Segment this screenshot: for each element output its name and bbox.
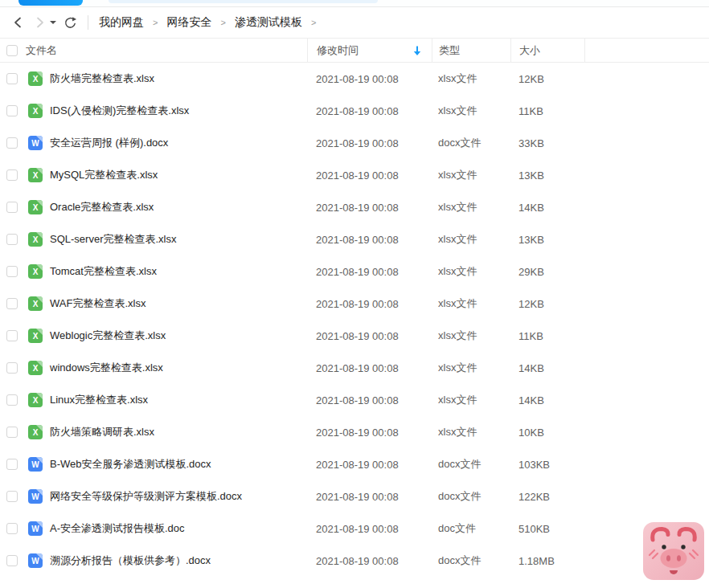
breadcrumb-separator: > (153, 18, 158, 27)
file-size: 12KB (510, 298, 584, 310)
row-checkbox[interactable] (6, 202, 18, 213)
row-checkbox[interactable] (6, 266, 18, 277)
table-row[interactable]: W A-安全渗透测试报告模板.doc 2021-08-19 00:08 doc文… (0, 512, 709, 545)
cell-file-name: X IDS(入侵检测)完整检查表.xlsx (0, 104, 307, 118)
file-name[interactable]: 安全运营周报 (样例).docx (50, 136, 168, 150)
icon-letter: X (28, 425, 43, 439)
row-checkbox[interactable] (6, 427, 18, 438)
table-row[interactable]: X Weblogic完整检查表.xlsx 2021-08-19 00:08 xl… (0, 320, 709, 352)
file-type: xlsx文件 (432, 104, 510, 118)
file-name[interactable]: Oracle完整检查表.xlsx (50, 200, 154, 214)
file-list: X 防火墙完整检查表.xlsx 2021-08-19 00:08 xlsx文件 … (0, 63, 709, 577)
row-checkbox[interactable] (6, 523, 18, 534)
table-row[interactable]: W 溯源分析报告（模板供参考）.docx 2021-08-19 00:08 do… (0, 545, 709, 577)
row-checkbox[interactable] (6, 298, 18, 309)
file-type: docx文件 (432, 457, 510, 472)
row-checkbox[interactable] (6, 73, 18, 84)
file-name[interactable]: 防火墙完整检查表.xlsx (50, 71, 154, 86)
file-name[interactable]: WAF完整检查表.xlsx (50, 296, 145, 311)
cell-file-name: W 网络安全等级保护等级测评方案模板.docx (0, 489, 307, 504)
table-row[interactable]: X Tomcat完整检查表.xlsx 2021-08-19 00:08 xlsx… (0, 255, 709, 288)
file-name[interactable]: 网络安全等级保护等级测评方案模板.docx (50, 489, 242, 504)
table-row[interactable]: X SQL-server完整检查表.xlsx 2021-08-19 00:08 … (0, 223, 709, 255)
row-checkbox[interactable] (6, 137, 18, 149)
breadcrumb-my-drive[interactable]: 我的网盘 (99, 15, 144, 30)
table-row[interactable]: X Oracle完整检查表.xlsx 2021-08-19 00:08 xlsx… (0, 191, 709, 223)
file-modified: 2021-08-19 00:08 (307, 137, 432, 149)
table-row[interactable]: X 防火墙策略调研表.xlsx 2021-08-19 00:08 xlsx文件 … (0, 416, 709, 448)
file-name[interactable]: 防火墙策略调研表.xlsx (50, 425, 154, 439)
header-label-type: 类型 (439, 43, 460, 58)
row-checkbox[interactable] (6, 555, 18, 566)
table-row[interactable]: X WAF完整检查表.xlsx 2021-08-19 00:08 xlsx文件 … (0, 288, 709, 320)
file-modified: 2021-08-19 00:08 (307, 298, 432, 310)
toolbar-divider (88, 15, 88, 30)
cell-file-name: W B-Web安全服务渗透测试模板.docx (0, 457, 307, 472)
breadcrumb-pentest-templates[interactable]: 渗透测试模板 (235, 15, 302, 30)
table-row[interactable]: W 安全运营周报 (样例).docx 2021-08-19 00:08 docx… (0, 127, 709, 159)
file-name[interactable]: A-安全渗透测试报告模板.doc (50, 521, 185, 536)
file-type: xlsx文件 (432, 361, 510, 375)
select-all-checkbox[interactable] (6, 45, 18, 56)
file-modified: 2021-08-19 00:08 (307, 330, 432, 342)
excel-file-icon: X (28, 393, 43, 407)
file-name[interactable]: Weblogic完整检查表.xlsx (50, 329, 166, 343)
table-row[interactable]: X Linux完整检查表.xlsx 2021-08-19 00:08 xlsx文… (0, 384, 709, 416)
file-size: 14KB (510, 394, 584, 406)
row-checkbox[interactable] (6, 105, 18, 116)
row-checkbox[interactable] (6, 394, 18, 406)
excel-file-icon: X (28, 361, 43, 375)
cell-file-name: X 防火墙策略调研表.xlsx (0, 425, 307, 439)
refresh-icon (64, 16, 77, 30)
file-size: 13KB (510, 234, 584, 246)
back-arrow-icon (12, 16, 25, 29)
pig-right-eye (681, 545, 685, 549)
row-checkbox[interactable] (6, 169, 18, 181)
file-name[interactable]: SQL-server完整检查表.xlsx (50, 232, 176, 247)
file-name[interactable]: windows完整检查表.xlsx (50, 361, 163, 375)
breadcrumb: 我的网盘 > 网络安全 > 渗透测试模板 > (99, 15, 325, 30)
table-row[interactable]: X windows完整检查表.xlsx 2021-08-19 00:08 xls… (0, 352, 709, 384)
icon-letter: W (28, 457, 43, 472)
icon-letter: X (28, 71, 43, 86)
table-row[interactable]: W B-Web安全服务渗透测试模板.docx 2021-08-19 00:08 … (0, 448, 709, 480)
row-checkbox[interactable] (6, 330, 18, 341)
navigation-toolbar: 我的网盘 > 网络安全 > 渗透测试模板 > (0, 7, 709, 38)
file-name[interactable]: Tomcat完整检查表.xlsx (50, 264, 157, 279)
file-name[interactable]: Linux完整检查表.xlsx (50, 393, 148, 407)
row-checkbox[interactable] (6, 459, 18, 470)
icon-letter: X (28, 393, 43, 407)
icon-letter: X (28, 200, 43, 214)
icon-letter: X (28, 168, 43, 182)
file-name[interactable]: MySQL完整检查表.xlsx (50, 168, 158, 182)
forward-arrow-icon (33, 16, 46, 29)
browser-tab-pill[interactable] (18, 0, 83, 6)
file-modified: 2021-08-19 00:08 (307, 169, 432, 182)
file-size: 11KB (510, 330, 584, 342)
row-checkbox[interactable] (6, 234, 18, 245)
file-name[interactable]: B-Web安全服务渗透测试模板.docx (50, 457, 211, 472)
forward-button[interactable] (29, 12, 50, 33)
row-checkbox[interactable] (6, 362, 18, 374)
cell-file-name: X WAF完整检查表.xlsx (0, 296, 307, 311)
cell-file-name: W A-安全渗透测试报告模板.doc (0, 521, 307, 536)
cell-file-name: W 安全运营周报 (样例).docx (0, 136, 307, 150)
excel-file-icon: X (28, 264, 43, 279)
breadcrumb-network-security[interactable]: 网络安全 (166, 15, 211, 30)
refresh-button[interactable] (59, 12, 80, 33)
file-table-header: 文件名 修改时间 类型 大小 (0, 38, 709, 63)
file-name[interactable]: 溯源分析报告（模板供参考）.docx (50, 553, 211, 568)
row-checkbox[interactable] (6, 491, 18, 502)
header-cell-modified[interactable]: 修改时间 (307, 39, 432, 62)
history-dropdown-caret[interactable] (50, 21, 56, 27)
table-row[interactable]: W 网络安全等级保护等级测评方案模板.docx 2021-08-19 00:08… (0, 480, 709, 512)
table-row[interactable]: X IDS(入侵检测)完整检查表.xlsx 2021-08-19 00:08 x… (0, 95, 709, 127)
back-button[interactable] (8, 12, 29, 33)
file-type: xlsx文件 (432, 71, 510, 86)
table-row[interactable]: X MySQL完整检查表.xlsx 2021-08-19 00:08 xlsx文… (0, 159, 709, 191)
icon-letter: X (28, 264, 43, 279)
file-name[interactable]: IDS(入侵检测)完整检查表.xlsx (50, 104, 189, 118)
file-modified: 2021-08-19 00:08 (307, 555, 432, 567)
table-row[interactable]: X 防火墙完整检查表.xlsx 2021-08-19 00:08 xlsx文件 … (0, 63, 709, 95)
file-type: xlsx文件 (432, 200, 510, 214)
